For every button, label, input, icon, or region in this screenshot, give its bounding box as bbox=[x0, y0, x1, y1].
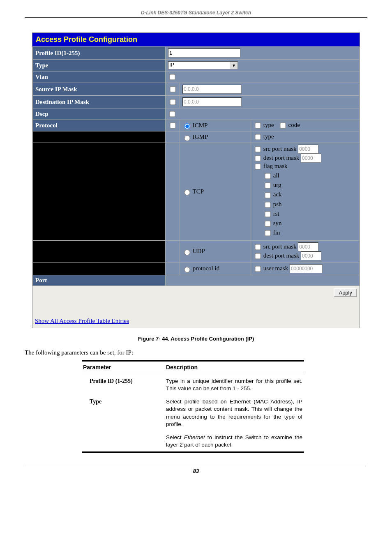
tcp-src-port-mask-label: src port mask bbox=[263, 145, 297, 152]
tcp-flag-ack-checkbox[interactable] bbox=[265, 192, 270, 198]
port-label: Port bbox=[33, 275, 166, 286]
param-name-profile-id: Profile ID (1-255) bbox=[82, 374, 165, 395]
intro-text: The following parameters can be set, for… bbox=[25, 349, 367, 356]
tcp-src-port-mask-input[interactable] bbox=[298, 145, 318, 154]
udp-dst-port-mask-input[interactable] bbox=[301, 251, 321, 260]
parameter-table: Parameter Description Profile ID (1-255)… bbox=[82, 360, 304, 453]
dest-ip-mask-label: Destination IP Mask bbox=[33, 96, 166, 108]
user-mask-input[interactable] bbox=[290, 264, 323, 273]
tcp-flag-fin-checkbox[interactable] bbox=[265, 230, 270, 236]
tcp-flag-urg-label: urg bbox=[273, 182, 281, 188]
udp-dst-port-mask-checkbox[interactable] bbox=[255, 253, 261, 259]
protocol-id-label: protocol id bbox=[193, 265, 219, 272]
figure-caption: Figure 7- 44. Access Profile Configurati… bbox=[25, 336, 367, 342]
protocol-checkbox[interactable] bbox=[170, 123, 175, 129]
udp-radio[interactable] bbox=[184, 249, 190, 255]
udp-src-port-mask-checkbox[interactable] bbox=[255, 244, 261, 250]
tcp-flag-urg-checkbox[interactable] bbox=[265, 183, 270, 189]
igmp-label: IGMP bbox=[193, 134, 208, 140]
icmp-type-checkbox[interactable] bbox=[255, 123, 261, 129]
type-label: Type bbox=[33, 60, 166, 71]
panel-title: Access Profile Configuration bbox=[32, 33, 360, 46]
dscp-checkbox[interactable] bbox=[169, 111, 175, 117]
tcp-flag-fin-label: fin bbox=[273, 229, 280, 236]
icmp-radio[interactable] bbox=[184, 124, 190, 129]
icmp-label: ICMP bbox=[193, 122, 208, 129]
profile-id-input[interactable] bbox=[168, 48, 240, 58]
icmp-code-checkbox[interactable] bbox=[280, 123, 286, 129]
tcp-dst-port-mask-input[interactable] bbox=[301, 154, 321, 163]
source-ip-mask-label: Source IP Mask bbox=[33, 83, 166, 96]
param-desc-type-2: Select Ethernet to instruct the Switch t… bbox=[165, 431, 304, 452]
protocol-label: Protocol bbox=[33, 120, 166, 131]
page-number: 83 bbox=[25, 466, 367, 474]
user-mask-checkbox[interactable] bbox=[255, 266, 261, 272]
parameter-header: Parameter bbox=[82, 361, 165, 374]
tcp-label: TCP bbox=[192, 188, 204, 195]
tcp-flag-psh-checkbox[interactable] bbox=[265, 202, 270, 207]
description-header: Description bbox=[165, 361, 304, 374]
tcp-flag-syn-checkbox[interactable] bbox=[265, 221, 270, 226]
profile-id-label: Profile ID(1-255) bbox=[33, 47, 166, 60]
udp-src-port-mask-input[interactable] bbox=[298, 242, 318, 251]
apply-button[interactable]: Apply bbox=[334, 288, 357, 297]
icmp-code-label: code bbox=[288, 122, 300, 128]
document-header: D-Link DES-3250TG Standalone Layer 2 Swi… bbox=[25, 10, 367, 18]
igmp-type-checkbox[interactable] bbox=[255, 134, 261, 140]
param-name-type: Type bbox=[82, 395, 165, 431]
tcp-flag-mask-label: flag mask bbox=[263, 163, 288, 169]
param-desc-type-1: Select profile based on Ethernet (MAC Ad… bbox=[165, 395, 304, 431]
tcp-flag-psh-label: psh bbox=[273, 201, 282, 207]
tcp-radio[interactable] bbox=[184, 190, 190, 196]
tcp-flag-syn-label: syn bbox=[273, 220, 282, 226]
udp-dst-port-mask-label: dest port mask bbox=[263, 252, 300, 259]
tcp-flag-mask-checkbox[interactable] bbox=[255, 164, 261, 170]
tcp-flag-rst-checkbox[interactable] bbox=[265, 211, 270, 217]
tcp-src-port-mask-checkbox[interactable] bbox=[255, 147, 261, 152]
tcp-dst-port-mask-checkbox[interactable] bbox=[255, 156, 261, 161]
udp-label: UDP bbox=[193, 248, 205, 254]
type-select-value: IP bbox=[169, 62, 174, 68]
dscp-label: Dscp bbox=[33, 108, 166, 120]
access-profile-configuration-panel: Access Profile Configuration Profile ID(… bbox=[32, 32, 360, 328]
config-table: Profile ID(1-255) Type IP ▼ Vlan bbox=[32, 46, 360, 286]
igmp-radio[interactable] bbox=[184, 135, 190, 141]
protocol-id-radio[interactable] bbox=[184, 267, 190, 272]
udp-src-port-mask-label: src port mask bbox=[263, 243, 297, 250]
source-ip-mask-checkbox[interactable] bbox=[170, 86, 175, 92]
tcp-flag-all-checkbox[interactable] bbox=[265, 173, 270, 179]
igmp-type-label: type bbox=[263, 133, 274, 140]
vlan-checkbox[interactable] bbox=[169, 74, 175, 80]
tcp-flag-all-label: all bbox=[273, 172, 279, 179]
user-mask-label: user mask bbox=[263, 265, 288, 272]
icmp-type-label: type bbox=[263, 122, 274, 128]
tcp-flag-rst-label: rst bbox=[273, 210, 279, 217]
param-desc-profile-id: Type in a unique identifier number for t… bbox=[165, 374, 304, 395]
source-ip-mask-input[interactable] bbox=[182, 85, 242, 94]
chevron-down-icon: ▼ bbox=[230, 62, 238, 69]
show-all-entries-link[interactable]: Show All Access Profile Table Entries bbox=[35, 318, 129, 324]
dest-ip-mask-checkbox[interactable] bbox=[170, 99, 175, 105]
type-select[interactable]: IP ▼ bbox=[168, 61, 238, 69]
tcp-flag-ack-label: ack bbox=[273, 191, 282, 198]
tcp-dst-port-mask-label: dest port mask bbox=[263, 154, 300, 161]
vlan-label: Vlan bbox=[33, 71, 166, 83]
dest-ip-mask-input[interactable] bbox=[182, 97, 242, 106]
